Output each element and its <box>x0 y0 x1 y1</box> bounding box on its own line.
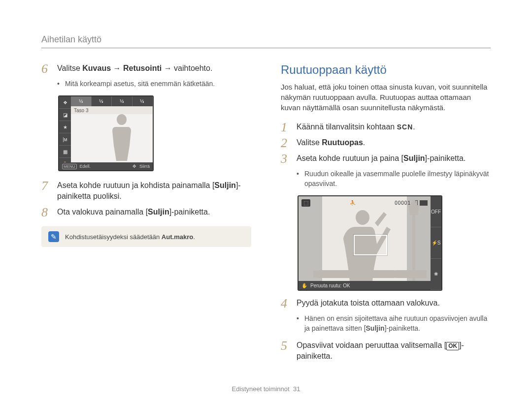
t-bold: Retusointi <box>123 64 162 72</box>
step-3-sub: Ruudun oikealle ja vasemmalle puolelle i… <box>281 169 491 188</box>
step-8: 8 Ota valokuva painamalla [Suljin]-paini… <box>41 207 251 218</box>
focus-frame <box>354 235 387 255</box>
step-number: 7 <box>41 180 51 202</box>
t: Käännä tilanvalitsin kohtaan <box>297 123 397 131</box>
svg-marker-1 <box>408 205 419 215</box>
footer-page-number: 31 <box>293 385 300 393</box>
step-number: 8 <box>41 207 51 218</box>
bottom-strip: ✋ Peruuta ruutu: OK <box>299 281 431 290</box>
ribbon-icon: ❖ <box>59 96 71 109</box>
t-bold: Kuvaus <box>82 64 111 72</box>
ribbon-icon: ◪ <box>59 109 71 121</box>
step-number: 5 <box>281 340 291 362</box>
t: Valitse <box>57 64 82 72</box>
step-text: Käännä tilanvalitsin kohtaan SCN. <box>297 122 491 133</box>
step-text: Aseta kohde ruutuun ja paina [Suljin]-pa… <box>297 153 491 165</box>
section-intro: Jos haluat, että joku toinen ottaa sinus… <box>281 82 491 113</box>
step-text: Ota valokuva painamalla [Suljin]-painike… <box>57 207 251 218</box>
ribbon-icon: OFF <box>431 196 441 227</box>
bullet-text: Mitä korkeampi asetus, sitä enemmän kätk… <box>57 79 251 89</box>
t: . <box>363 138 365 147</box>
move-icon: ✥ <box>133 164 136 169</box>
hand-icon: ✋ <box>301 283 307 288</box>
track-cell: ⅟₃ <box>92 96 112 106</box>
t: Ota valokuva painamalla [ <box>57 208 148 216</box>
t-bold: Suljin <box>366 324 385 332</box>
scn-mode-icon: SCN <box>397 123 413 131</box>
t: . <box>193 233 195 241</box>
track-cell: ⅟₃ <box>71 96 92 106</box>
bottom-strip-text: Peruuta ruutu: OK <box>310 283 350 288</box>
info-icon: ✎ <box>48 231 59 242</box>
t-bold: Ruutuopas <box>322 138 363 147</box>
ok-button-icon: OK <box>446 342 459 350</box>
step-number: 2 <box>281 137 291 149</box>
step-number: 4 <box>281 298 291 309</box>
move-label: Siirrä <box>139 164 150 169</box>
track-cell: ⅟₃ <box>133 96 153 106</box>
t-arrow: → <box>162 64 174 72</box>
ribbon-icon: |м <box>59 133 71 146</box>
bullet-text: Hänen on ensin sijoitettava aihe ruutuun… <box>297 313 491 333</box>
right-icon-ribbon: OFF ⚡S ❀ <box>431 196 441 290</box>
ribbon-icon: ▦ <box>59 146 71 158</box>
step-5: 5 Opasviivat voidaan peruuttaa valitsema… <box>281 340 491 362</box>
ribbon-icon: ⚡S <box>431 227 441 258</box>
step-4: 4 Pyydä jotakuta toista ottamaan valokuv… <box>281 298 491 309</box>
t: ]-painiketta. <box>169 208 210 216</box>
bullet-text: Ruudun oikealle ja vasemmalle puolelle i… <box>297 169 491 188</box>
t: Aseta kohde ruutuun ja kohdista painamal… <box>57 181 214 189</box>
silhouette-icon <box>108 114 135 161</box>
tracks-row: ⅟₃ ⅟₃ ⅟₃ ⅟₃ <box>71 96 153 106</box>
info-note: ✎ Kohdistusetäisyydeksi säädetään Aut.ma… <box>41 226 251 247</box>
step-2: 2 Valitse Ruutuopas. <box>281 137 491 149</box>
step-number: 6 <box>41 63 51 75</box>
status-row: Taso 3 <box>71 106 153 114</box>
t: Valitse <box>297 138 322 147</box>
t-bold: Suljin <box>403 154 425 162</box>
footer-section: Edistyneet toiminnot <box>232 385 290 393</box>
t: Opasviivat voidaan peruuttaa valitsemall… <box>297 341 446 349</box>
step-6: 6 Valitse Kuvaus → Retusointi → vaihtoeh… <box>41 63 251 75</box>
step-6-sub: Mitä korkeampi asetus, sitä enemmän kätk… <box>41 79 251 89</box>
person-icon: ⛹ <box>350 200 356 206</box>
page-header-title: Aihetilan käyttö <box>41 34 491 45</box>
camera-screen-thumbnail-2: ⬚ ⛹ 00001 ▯ ▮▮▮ <box>298 195 442 291</box>
step-7: 7 Aseta kohde ruutuun ja kohdista painam… <box>41 180 251 202</box>
step-text: Valitse Ruutuopas. <box>297 137 491 149</box>
step-text: Valitse Kuvaus → Retusointi → vaihtoehto… <box>57 63 251 75</box>
right-column: Ruutuoppaan käyttö Jos haluat, että joku… <box>281 63 491 366</box>
ribbon-icon: ★ <box>59 121 71 133</box>
left-column: 6 Valitse Kuvaus → Retusointi → vaihtoeh… <box>41 63 251 366</box>
camera-screen-thumbnail-1: ❖ ◪ ★ |м ▦ ✋ ⅟₃ ⅟₃ ⅟₃ ⅟₃ Taso 3 <box>58 95 154 171</box>
t: ]-painiketta. <box>385 324 420 332</box>
section-title: Ruutuoppaan käyttö <box>281 63 491 77</box>
step-number: 1 <box>281 122 291 133</box>
t: Kohdistusetäisyydeksi säädetään <box>65 233 162 241</box>
bottom-row: MENU Edell. ✥ Siirrä <box>59 162 153 170</box>
t: vaihtoehto. <box>174 64 212 72</box>
step-text: Pyydä jotakuta toista ottamaan valokuva. <box>297 298 491 309</box>
t-bold: Suljin <box>148 208 169 216</box>
step-text: Opasviivat voidaan peruuttaa valitsemall… <box>297 340 491 362</box>
menu-icon: MENU <box>62 164 77 169</box>
note-text: Kohdistusetäisyydeksi säädetään Aut.makr… <box>65 233 195 241</box>
back-label: Edell. <box>80 164 91 169</box>
ribbon-icon: ❀ <box>431 259 441 290</box>
step-1: 1 Käännä tilanvalitsin kohtaan SCN. <box>281 122 491 133</box>
t: Aseta kohde ruutuun ja paina [ <box>297 154 403 162</box>
t: . <box>413 123 415 131</box>
step-number: 3 <box>281 153 291 165</box>
step-3: 3 Aseta kohde ruutuun ja paina [Suljin]-… <box>281 153 491 165</box>
t-bold: Suljin <box>214 181 236 189</box>
track-cell: ⅟₃ <box>112 96 133 106</box>
step-4-sub: Hänen on ensin sijoitettava aihe ruutuun… <box>281 313 491 333</box>
t-bold: Aut.makro <box>162 233 193 241</box>
left-icon-ribbon: ❖ ◪ ★ |м ▦ ✋ <box>59 96 71 170</box>
t: ]-painiketta. <box>425 154 466 162</box>
header-rule <box>41 48 491 48</box>
step-text: Aseta kohde ruutuun ja kohdista painamal… <box>57 180 251 202</box>
bush-decoration <box>313 267 427 281</box>
t-arrow: → <box>111 64 123 72</box>
page-footer: Edistyneet toiminnot 31 <box>41 385 491 393</box>
